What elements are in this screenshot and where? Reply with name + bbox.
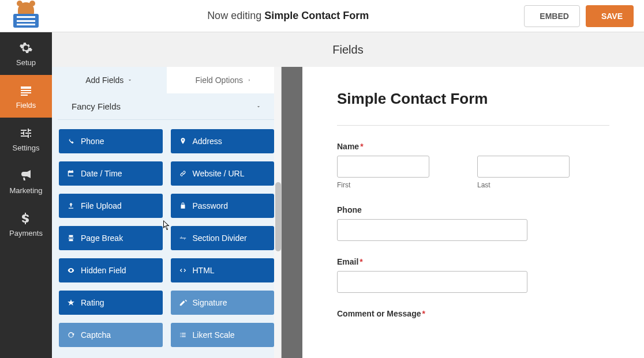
save-button[interactable]: SAVE: [586, 5, 634, 27]
nav-marketing[interactable]: Marketing: [0, 160, 52, 203]
field-label: Signature: [193, 298, 227, 307]
field-label: Rating: [81, 298, 104, 307]
field-label: Section Divider: [193, 233, 247, 243]
phone-input[interactable]: [337, 219, 527, 241]
scroll-thumb[interactable]: [275, 182, 281, 251]
nav-label: Payments: [9, 229, 43, 238]
section-fancy-fields[interactable]: Fancy Fields: [58, 93, 275, 120]
form-name: Simple Contact Form: [264, 10, 369, 21]
page-heading: Fields: [52, 32, 644, 67]
comment-label: Comment or Message*: [337, 309, 609, 318]
field-hidden[interactable]: Hidden Field: [59, 258, 163, 282]
field-address[interactable]: Address: [171, 129, 275, 153]
code-icon: [179, 266, 187, 274]
panel-scrollbar[interactable]: [274, 67, 281, 358]
form-title: Simple Contact Form: [337, 90, 609, 108]
field-label: Captcha: [81, 330, 111, 340]
nav-label: Marketing: [9, 186, 42, 195]
refresh-icon: [67, 331, 75, 339]
tab-label: Add Fields: [85, 76, 123, 85]
field-label: Date / Time: [81, 169, 122, 178]
tab-field-options[interactable]: Field Options: [167, 67, 282, 93]
upload-icon: [67, 202, 75, 210]
field-label: Hidden Field: [81, 266, 126, 275]
nav-fields[interactable]: Fields: [0, 75, 52, 118]
nav-payments[interactable]: Payments: [0, 203, 52, 246]
chevron-down-icon: [127, 77, 133, 83]
nav-label: Settings: [13, 144, 40, 152]
side-nav: Setup Fields Settings Marketing Payments: [0, 32, 52, 358]
field-phone[interactable]: Phone: [59, 129, 163, 153]
map-pin-icon: [179, 137, 187, 145]
last-name-input[interactable]: [477, 156, 570, 178]
field-label: Phone: [81, 137, 104, 146]
name-label: Name*: [337, 142, 609, 151]
field-signature[interactable]: Signature: [171, 291, 275, 315]
top-actions: EMBED SAVE: [524, 5, 644, 27]
form-icon: [19, 84, 33, 97]
email-input[interactable]: [337, 271, 527, 293]
save-label: SAVE: [601, 12, 623, 21]
nav-label: Setup: [16, 58, 36, 67]
nav-label: Fields: [16, 101, 36, 110]
last-sublabel: Last: [477, 181, 609, 189]
tab-label: Field Options: [196, 76, 243, 85]
calendar-icon: [67, 169, 75, 178]
lock-icon: [179, 202, 187, 210]
field-label: HTML: [193, 266, 215, 275]
editing-prefix: Now editing: [207, 10, 264, 21]
email-label: Email*: [337, 257, 609, 266]
field-label: File Upload: [81, 201, 122, 210]
field-label: Address: [193, 137, 222, 146]
field-likert[interactable]: Likert Scale: [171, 323, 275, 347]
field-phone[interactable]: Phone: [337, 205, 609, 241]
field-label: Page Break: [81, 233, 123, 243]
phone-label: Phone: [337, 205, 609, 214]
editing-title: Now editing Simple Contact Form: [52, 10, 524, 22]
preview-pane: Simple Contact Form Name* First Last Pho…: [282, 67, 644, 358]
divider: [337, 125, 609, 126]
field-date-time[interactable]: Date / Time: [59, 161, 163, 186]
field-file-upload[interactable]: File Upload: [59, 194, 163, 218]
required-mark: *: [360, 142, 363, 151]
field-captcha[interactable]: Captcha: [59, 323, 163, 347]
tab-add-fields[interactable]: Add Fields: [52, 67, 167, 93]
form-preview[interactable]: Simple Contact Form Name* First Last Pho…: [302, 67, 644, 358]
field-label: Website / URL: [193, 169, 245, 178]
page-break-icon: [67, 234, 75, 242]
top-bar: Now editing Simple Contact Form EMBED SA…: [0, 0, 644, 32]
gear-icon: [19, 41, 33, 55]
nav-settings[interactable]: Settings: [0, 118, 52, 160]
fields-panel: Add Fields Field Options Fancy Fields Ph…: [52, 67, 282, 358]
sliders-icon: [19, 126, 33, 140]
list-icon: [179, 331, 187, 339]
eye-off-icon: [67, 266, 75, 274]
dollar-icon: [19, 212, 33, 225]
field-label: Likert Scale: [193, 330, 235, 340]
chevron-right-icon: [246, 77, 252, 83]
field-password[interactable]: Password: [171, 194, 275, 218]
required-mark: *: [360, 257, 362, 266]
embed-button[interactable]: EMBED: [524, 5, 580, 27]
chevron-down-icon: [256, 104, 261, 110]
field-comment[interactable]: Comment or Message*: [337, 309, 609, 318]
field-grid: Phone Address Date / Time Website / URL …: [52, 120, 281, 356]
field-rating[interactable]: Rating: [59, 291, 163, 315]
field-email[interactable]: Email*: [337, 257, 609, 293]
field-section-divider[interactable]: Section Divider: [171, 226, 275, 250]
app-logo: [0, 5, 52, 28]
first-sublabel: First: [337, 181, 469, 189]
nav-setup[interactable]: Setup: [0, 32, 52, 75]
field-page-break[interactable]: Page Break: [59, 226, 163, 250]
divider-icon: [179, 234, 187, 242]
page-heading-text: Fields: [332, 43, 363, 56]
panel-tabs: Add Fields Field Options: [52, 67, 281, 93]
field-website-url[interactable]: Website / URL: [171, 161, 275, 186]
first-name-input[interactable]: [337, 156, 429, 178]
field-name[interactable]: Name* First Last: [337, 142, 609, 189]
embed-label: EMBED: [540, 12, 569, 21]
field-html[interactable]: HTML: [171, 258, 275, 282]
section-title: Fancy Fields: [72, 101, 121, 111]
star-icon: [67, 299, 75, 307]
required-mark: *: [422, 309, 425, 318]
